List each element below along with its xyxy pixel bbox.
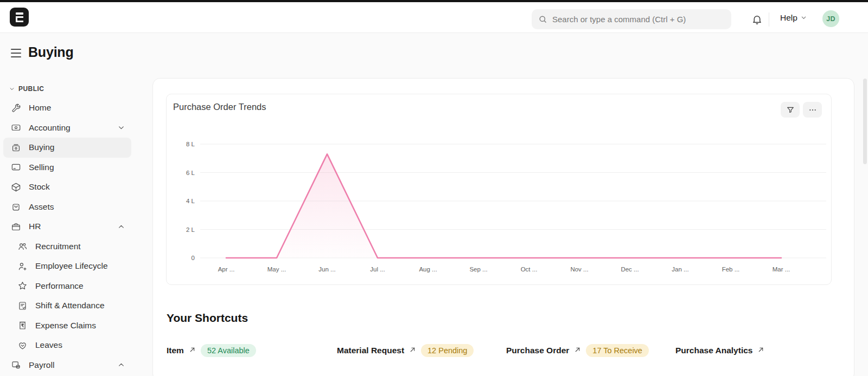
sidebar-item-expense-claims[interactable]: Expense Claims bbox=[3, 316, 131, 336]
svg-text:Feb ...: Feb ... bbox=[722, 266, 740, 273]
sidebar-section-label: PUBLIC bbox=[18, 85, 44, 93]
page-title: Buying bbox=[28, 44, 74, 60]
sidebar-item-home[interactable]: Home bbox=[3, 98, 131, 118]
svg-text:Nov ...: Nov ... bbox=[570, 266, 588, 273]
erpnext-logo-glyph bbox=[16, 12, 23, 15]
svg-text:4 L: 4 L bbox=[186, 198, 195, 204]
svg-text:Dec ...: Dec ... bbox=[621, 266, 639, 273]
svg-text:Apr ...: Apr ... bbox=[218, 266, 235, 273]
user-plus-icon bbox=[17, 261, 28, 271]
svg-text:May ...: May ... bbox=[267, 266, 286, 273]
sidebar-item-hr[interactable]: HR bbox=[3, 217, 131, 237]
shortcuts-heading: Your Shortcuts bbox=[167, 312, 248, 325]
purchase-order-trends-chart: 8 L6 L4 L2 L0Apr ...May ...Jun ...Jul ..… bbox=[167, 94, 832, 286]
sidebar-section-public[interactable]: PUBLIC bbox=[9, 85, 44, 93]
sidebar-item-label: Assets bbox=[29, 202, 54, 212]
users-icon bbox=[17, 241, 28, 251]
register-icon bbox=[11, 142, 21, 153]
doc-check-icon bbox=[17, 301, 28, 311]
shortcut-label: Material Request bbox=[337, 346, 404, 355]
sidebar-item-assets[interactable]: Assets bbox=[3, 197, 131, 217]
shortcut-count-badge: 52 Available bbox=[201, 344, 256, 357]
sidebar-item-label: Recruitment bbox=[35, 242, 81, 251]
svg-text:6 L: 6 L bbox=[186, 170, 195, 176]
help-menu[interactable]: Help bbox=[780, 2, 807, 33]
chevron-up-icon[interactable] bbox=[118, 223, 125, 230]
sidebar-item-label: Payroll bbox=[29, 360, 54, 370]
svg-text:8 L: 8 L bbox=[186, 141, 195, 147]
tools-icon bbox=[11, 103, 21, 113]
navbar: Help JD bbox=[0, 2, 868, 33]
svg-text:Jul ...: Jul ... bbox=[370, 266, 385, 273]
sidebar-item-label: Shift & Attendance bbox=[35, 301, 105, 310]
arrow-up-right-icon bbox=[757, 346, 764, 353]
shortcut-item[interactable]: Item52 Available bbox=[167, 342, 256, 359]
sidebar-item-payroll[interactable]: Payroll bbox=[3, 355, 131, 375]
sidebar-item-label: Employee Lifecycle bbox=[35, 261, 108, 271]
svg-text:Sep ...: Sep ... bbox=[469, 266, 487, 273]
navbar-divider bbox=[769, 12, 769, 27]
svg-text:2 L: 2 L bbox=[186, 226, 195, 233]
sidebar-item-selling[interactable]: Selling bbox=[3, 158, 131, 178]
shortcut-count-badge: 12 Pending bbox=[421, 344, 474, 357]
box-icon bbox=[11, 182, 21, 192]
chevron-down-icon bbox=[801, 15, 807, 21]
erpnext-logo[interactable] bbox=[10, 8, 29, 27]
sidebar-item-stock[interactable]: Stock bbox=[3, 177, 131, 197]
sidebar-toggle-icon[interactable] bbox=[11, 49, 21, 57]
arrow-up-right-icon bbox=[409, 346, 416, 353]
sidebar: HomeAccountingBuyingSellingStockAssetsHR… bbox=[3, 98, 131, 375]
receipt-rupee-icon bbox=[17, 320, 28, 330]
heart-leave-icon bbox=[17, 340, 28, 351]
sidebar-item-label: Performance bbox=[35, 281, 84, 291]
sidebar-item-performance[interactable]: Performance bbox=[3, 276, 131, 296]
sidebar-item-label: Accounting bbox=[29, 123, 71, 133]
card-icon bbox=[11, 162, 21, 172]
svg-text:0: 0 bbox=[192, 255, 195, 261]
shortcut-purchase-analytics[interactable]: Purchase Analytics bbox=[675, 342, 764, 359]
chevron-down-icon[interactable] bbox=[118, 124, 125, 131]
svg-text:Aug ...: Aug ... bbox=[419, 266, 437, 273]
svg-text:Jan ...: Jan ... bbox=[672, 266, 688, 273]
sidebar-item-shift-attendance[interactable]: Shift & Attendance bbox=[3, 296, 131, 316]
sidebar-item-label: Selling bbox=[29, 163, 54, 172]
user-avatar[interactable]: JD bbox=[822, 10, 839, 27]
purchase-order-trends-card: Purchase Order Trends bbox=[166, 94, 832, 285]
sidebar-item-label: Home bbox=[29, 103, 51, 113]
shortcut-label: Purchase Order bbox=[506, 346, 569, 355]
help-label: Help bbox=[780, 13, 797, 23]
sidebar-item-label: Leaves bbox=[35, 340, 62, 350]
chevron-up-icon[interactable] bbox=[118, 361, 125, 368]
svg-text:Jun ...: Jun ... bbox=[318, 266, 335, 273]
app-screen: Help JD Buying PUBLIC HomeAccountingBuyi… bbox=[0, 0, 868, 376]
briefcase-icon bbox=[11, 222, 21, 232]
sidebar-item-accounting[interactable]: Accounting bbox=[3, 118, 131, 138]
sidebar-item-label: Buying bbox=[29, 142, 54, 152]
search-icon bbox=[538, 15, 547, 24]
sidebar-item-buying[interactable]: Buying bbox=[3, 138, 131, 158]
shortcut-purchase-order[interactable]: Purchase Order17 To Receive bbox=[506, 342, 649, 359]
cash-icon bbox=[11, 122, 21, 133]
vertical-scrollbar[interactable] bbox=[863, 79, 867, 164]
sidebar-item-leaves[interactable]: Leaves bbox=[3, 335, 131, 355]
payroll-icon bbox=[11, 360, 21, 370]
sidebar-item-recruitment[interactable]: Recruitment bbox=[3, 237, 131, 257]
workspace-card: Purchase Order Trends bbox=[152, 78, 854, 376]
star-icon bbox=[17, 281, 28, 291]
sidebar-item-label: Stock bbox=[29, 182, 50, 192]
shortcut-count-badge: 17 To Receive bbox=[586, 344, 649, 357]
sidebar-item-label: HR bbox=[29, 222, 41, 231]
sidebar-item-label: Expense Claims bbox=[35, 321, 96, 330]
notification-bell-icon[interactable] bbox=[749, 12, 764, 27]
svg-text:Mar ...: Mar ... bbox=[773, 266, 790, 273]
sidebar-item-employee-lifecycle[interactable]: Employee Lifecycle bbox=[3, 256, 131, 276]
shortcut-material-request[interactable]: Material Request12 Pending bbox=[337, 342, 474, 359]
global-search bbox=[532, 9, 731, 29]
chevron-down-icon bbox=[9, 86, 15, 92]
search-input[interactable] bbox=[552, 15, 725, 24]
shortcut-label: Purchase Analytics bbox=[675, 346, 752, 355]
svg-text:Oct ...: Oct ... bbox=[521, 266, 538, 273]
shortcut-label: Item bbox=[167, 346, 184, 355]
arrow-up-right-icon bbox=[574, 346, 581, 353]
bag-icon bbox=[11, 202, 21, 212]
